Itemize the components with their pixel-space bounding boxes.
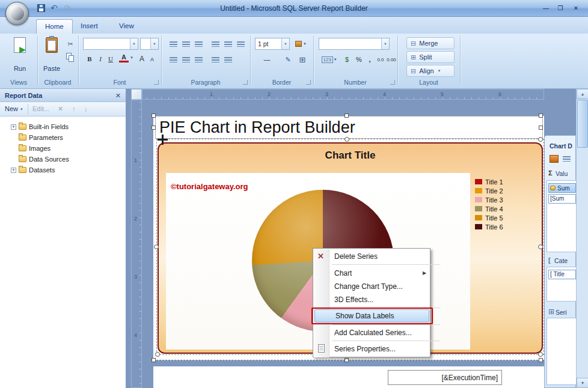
font-color-button[interactable]: A <box>119 53 129 62</box>
percent-button[interactable]: % <box>354 54 364 65</box>
expand-plus-icon[interactable]: + <box>11 124 16 130</box>
category-group-item[interactable]: [ Title <box>548 270 576 279</box>
minimize-button[interactable]: — <box>540 4 552 13</box>
textbox-handle[interactable] <box>345 114 349 118</box>
underline-button[interactable]: U <box>106 53 115 64</box>
align-middle-button[interactable] <box>180 54 192 65</box>
legend-item[interactable]: Title 5 <box>475 213 503 222</box>
menu-item-3d-effects[interactable]: 3D Effects... <box>314 293 430 306</box>
chevron-down-icon[interactable]: ▾ <box>281 38 289 49</box>
value-field-expression[interactable]: [Sum <box>548 194 576 204</box>
selection-handle[interactable] <box>538 352 543 357</box>
tab-home[interactable]: Home <box>36 19 73 34</box>
draw-border-button[interactable]: ✎ <box>281 54 295 65</box>
menu-item-add-calculated-series[interactable]: Add Calculated Series... <box>314 326 430 339</box>
align-bottom-button[interactable] <box>192 54 204 65</box>
decrease-decimal-button[interactable]: 0.00 <box>386 54 397 65</box>
chevron-down-icon[interactable]: ▾ <box>20 107 23 112</box>
pane-menu-icon[interactable] <box>563 156 571 162</box>
selection-handle[interactable] <box>345 137 349 142</box>
report-title-textbox[interactable]: PIE Chart in Report Builder <box>155 116 543 139</box>
menu-item-change-chart-type[interactable]: Change Chart Type... <box>314 280 430 293</box>
chevron-down-icon[interactable]: ▾ <box>381 38 389 49</box>
increase-decimal-button[interactable]: 0.0 <box>375 54 386 65</box>
tree-item-datasets[interactable]: + Datasets <box>0 165 120 175</box>
font-size-combobox[interactable]: ▾ <box>140 38 159 50</box>
application-menu-button[interactable] <box>5 2 29 25</box>
border-style-button[interactable]: — <box>255 54 279 65</box>
move-down-icon[interactable]: ↓ <box>84 105 88 112</box>
thousands-separator-button[interactable]: , <box>366 54 374 65</box>
line-spacing-button[interactable] <box>209 38 221 49</box>
chevron-down-icon[interactable]: ▾ <box>130 38 138 49</box>
italic-button[interactable]: I <box>96 53 105 64</box>
textbox-handle[interactable] <box>539 126 543 130</box>
paragraph-dialog-launcher-icon[interactable] <box>243 80 248 85</box>
selection-handle[interactable] <box>538 137 543 142</box>
selection-handle[interactable] <box>154 244 159 249</box>
resize-handle[interactable] <box>345 358 349 362</box>
merge-button[interactable]: ⊟ Merge <box>406 37 455 49</box>
execution-time-textbox[interactable]: [&ExecutionTime] <box>388 370 502 385</box>
tree-item-images[interactable]: Images <box>0 143 120 154</box>
legend-item[interactable]: Title 1 <box>475 177 503 186</box>
align-button[interactable]: ⊟ Align ▾ <box>406 65 455 77</box>
menu-item-chart[interactable]: Chart <box>314 267 430 280</box>
border-color-button[interactable]: ▾ <box>292 38 309 49</box>
bullets-button[interactable] <box>222 38 234 49</box>
tree-item-data-sources[interactable]: Data Sources <box>0 154 120 165</box>
value-item-sum[interactable]: Sum <box>548 183 576 193</box>
number-format-button[interactable]: 123 ▾ <box>319 54 339 65</box>
shrink-font-button[interactable]: A <box>148 55 156 64</box>
textbox-handle[interactable] <box>152 126 156 130</box>
number-format-combobox[interactable]: ▾ <box>319 38 390 50</box>
split-button[interactable]: ⊞ Split <box>406 51 455 63</box>
selection-handle[interactable] <box>538 244 543 249</box>
legend-item[interactable]: Title 6 <box>475 222 503 231</box>
border-width-combobox[interactable]: 1 pt ▾ <box>255 38 290 50</box>
close-panel-icon[interactable]: ✕ <box>115 89 121 102</box>
align-left-button[interactable] <box>167 38 179 49</box>
new-button[interactable]: New <box>5 105 18 112</box>
tab-view[interactable]: View <box>111 19 142 34</box>
increase-indent-button[interactable] <box>222 54 234 65</box>
chevron-down-icon[interactable]: ▾ <box>129 55 135 60</box>
cut-button[interactable]: ✂ <box>64 38 77 49</box>
menu-item-delete-series[interactable]: Delete Series <box>314 250 430 263</box>
legend-item[interactable]: Title 4 <box>475 204 503 213</box>
tree-item-built-in-fields[interactable]: + Built-in Fields <box>0 121 120 132</box>
align-right-button[interactable] <box>192 38 204 49</box>
decrease-indent-button[interactable] <box>209 54 221 65</box>
legend-item[interactable]: Title 2 <box>475 186 503 195</box>
resize-handle[interactable] <box>539 358 543 362</box>
tab-insert[interactable]: Insert <box>72 19 106 34</box>
textbox-handle[interactable] <box>539 114 543 118</box>
bold-button[interactable]: B <box>84 53 95 64</box>
undo-icon[interactable]: ↶ <box>51 3 58 13</box>
tree-item-parameters[interactable]: Parameters <box>0 132 120 143</box>
edit-button[interactable]: Edit... <box>32 105 49 112</box>
expand-plus-icon[interactable]: + <box>11 168 16 173</box>
borders-button[interactable]: ⊞ <box>296 54 309 65</box>
resize-handle[interactable] <box>152 358 156 362</box>
maximize-button[interactable]: ❐ <box>554 4 566 13</box>
grow-font-button[interactable]: A <box>137 53 147 64</box>
font-dialog-launcher-icon[interactable] <box>154 80 159 85</box>
chevron-down-icon[interactable]: ▾ <box>150 38 158 49</box>
font-name-combobox[interactable]: ▾ <box>83 38 138 50</box>
selection-handle[interactable] <box>155 352 160 357</box>
currency-button[interactable]: $ <box>341 54 352 65</box>
scrollbar-thumb[interactable] <box>577 100 588 148</box>
align-top-button[interactable] <box>167 54 179 65</box>
close-button[interactable]: ✕ <box>570 4 582 13</box>
textbox-handle[interactable] <box>152 114 156 118</box>
menu-item-show-data-labels[interactable]: Show Data Labels <box>314 309 429 323</box>
border-dialog-launcher-icon[interactable] <box>306 80 311 85</box>
align-center-button[interactable] <box>180 38 192 49</box>
menu-item-series-properties[interactable]: Series Properties... <box>314 342 430 356</box>
move-handle-icon[interactable] <box>158 135 168 145</box>
vertical-scrollbar[interactable]: ▲ ▼ <box>576 89 588 388</box>
legend-item[interactable]: Title 3 <box>475 195 503 204</box>
scroll-up-button[interactable]: ▲ <box>577 89 588 99</box>
delete-item-icon[interactable]: ✕ <box>58 105 63 113</box>
